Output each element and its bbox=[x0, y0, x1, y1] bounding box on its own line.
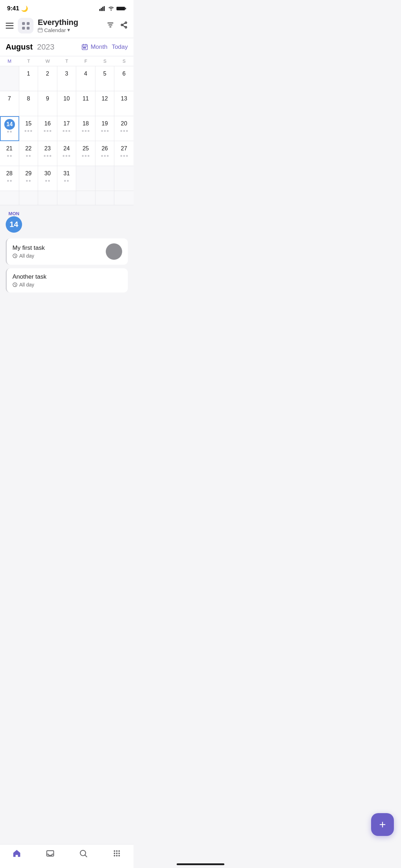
clock-icon-2 bbox=[12, 282, 17, 287]
weekday-headers: M T W T F S S bbox=[0, 56, 134, 66]
task-1-time: All day bbox=[12, 253, 45, 259]
calendar-month-icon bbox=[81, 43, 88, 51]
tasks-date-header: MON 14 bbox=[6, 211, 128, 233]
cal-day-29[interactable]: 29 bbox=[19, 166, 38, 191]
task-2-name: Another task bbox=[12, 273, 46, 280]
clock-icon-1 bbox=[12, 253, 17, 258]
cal-empty-5 bbox=[19, 191, 38, 205]
dropdown-arrow-icon: ▾ bbox=[67, 27, 70, 33]
cal-empty-6 bbox=[38, 191, 57, 205]
share-icon[interactable] bbox=[120, 21, 128, 30]
cal-empty-1 bbox=[76, 166, 95, 191]
moon-icon: 🌙 bbox=[21, 5, 28, 12]
cal-day-6[interactable]: 6 bbox=[114, 66, 134, 91]
cal-day-17[interactable]: 17 bbox=[57, 116, 77, 141]
cal-day-25[interactable]: 25 bbox=[76, 141, 95, 166]
weekday-fri: F bbox=[76, 56, 95, 66]
svg-rect-2 bbox=[102, 7, 103, 11]
cal-day-26[interactable]: 26 bbox=[95, 141, 115, 166]
cal-day-19[interactable]: 19 bbox=[95, 116, 115, 141]
cal-day-31[interactable]: 31 bbox=[57, 166, 77, 191]
cal-empty-2 bbox=[95, 166, 115, 191]
calendar-days: 1 2 3 4 5 6 7 8 9 10 11 12 13 14 15 16 1… bbox=[0, 66, 134, 205]
today-button[interactable]: Today bbox=[112, 43, 128, 51]
cal-empty-10 bbox=[114, 191, 134, 205]
cal-day-27[interactable]: 27 bbox=[114, 141, 134, 166]
cal-day-16[interactable]: 16 bbox=[38, 116, 57, 141]
cal-day-empty[interactable] bbox=[0, 66, 19, 91]
month-year-display: August 2023 bbox=[6, 42, 54, 52]
app-logo bbox=[18, 18, 33, 33]
cal-empty-8 bbox=[76, 191, 95, 205]
selected-date-circle: 14 bbox=[6, 216, 22, 233]
status-time: 9:41 bbox=[7, 5, 19, 12]
task-2-time: All day bbox=[12, 282, 46, 288]
calendar-grid: M T W T F S S 1 2 3 4 5 6 7 8 9 10 11 12… bbox=[0, 56, 134, 205]
task-1-name: My first task bbox=[12, 244, 45, 252]
cal-day-3[interactable]: 3 bbox=[57, 66, 77, 91]
cal-day-7[interactable]: 7 bbox=[0, 91, 19, 116]
cal-day-28[interactable]: 28 bbox=[0, 166, 19, 191]
day-of-week-label: MON bbox=[9, 211, 19, 216]
cal-day-4[interactable]: 4 bbox=[76, 66, 95, 91]
app-subtitle[interactable]: Calendar ▾ bbox=[38, 27, 78, 33]
weekday-sat: S bbox=[95, 56, 115, 66]
weekday-tue: T bbox=[19, 56, 38, 66]
svg-rect-1 bbox=[101, 8, 102, 11]
cal-empty-4 bbox=[0, 191, 19, 205]
weekday-wed: W bbox=[38, 56, 57, 66]
task-1-toggle[interactable] bbox=[106, 243, 122, 260]
svg-rect-24 bbox=[85, 47, 86, 48]
filter-icon[interactable] bbox=[106, 21, 114, 30]
svg-line-18 bbox=[123, 25, 125, 27]
cal-day-22[interactable]: 22 bbox=[19, 141, 38, 166]
svg-rect-3 bbox=[104, 6, 105, 11]
selected-date-num: 14 bbox=[10, 220, 18, 229]
status-icons bbox=[99, 6, 126, 11]
task-item-2[interactable]: Another task All day bbox=[6, 268, 128, 293]
cal-empty-9 bbox=[95, 191, 115, 205]
cal-day-5[interactable]: 5 bbox=[95, 66, 115, 91]
cal-day-12[interactable]: 12 bbox=[95, 91, 115, 116]
app-name: Everything bbox=[38, 18, 78, 27]
weekday-sun: S bbox=[114, 56, 134, 66]
cal-day-24[interactable]: 24 bbox=[57, 141, 77, 166]
cal-day-21[interactable]: 21 bbox=[0, 141, 19, 166]
task-item-1[interactable]: My first task All day bbox=[6, 238, 128, 265]
cal-day-23[interactable]: 23 bbox=[38, 141, 57, 166]
cal-day-2[interactable]: 2 bbox=[38, 66, 57, 91]
cal-day-15[interactable]: 15 bbox=[19, 116, 38, 141]
calendar-small-icon bbox=[38, 27, 43, 32]
weekday-mon: M bbox=[0, 56, 19, 66]
svg-point-4 bbox=[111, 10, 112, 11]
cal-empty-3 bbox=[114, 166, 134, 191]
svg-rect-0 bbox=[99, 9, 100, 11]
battery-icon bbox=[116, 6, 126, 11]
wifi-icon bbox=[108, 6, 114, 11]
cal-day-14[interactable]: 14 bbox=[0, 116, 19, 141]
app-header: Everything Calendar ▾ bbox=[0, 15, 134, 38]
month-btn-label: Month bbox=[90, 43, 107, 51]
status-bar: 9:41 🌙 bbox=[0, 0, 134, 15]
cal-day-1[interactable]: 1 bbox=[19, 66, 38, 91]
svg-rect-5 bbox=[116, 7, 125, 10]
year-label: 2023 bbox=[37, 42, 54, 51]
cal-day-13[interactable]: 13 bbox=[114, 91, 134, 116]
cal-day-10[interactable]: 10 bbox=[57, 91, 77, 116]
cal-day-8[interactable]: 8 bbox=[19, 91, 38, 116]
calendar-controls: August 2023 Month Today bbox=[0, 38, 134, 56]
cal-day-18[interactable]: 18 bbox=[76, 116, 95, 141]
svg-line-17 bbox=[123, 23, 125, 25]
svg-rect-7 bbox=[38, 29, 42, 32]
cal-day-30[interactable]: 30 bbox=[38, 166, 57, 191]
cal-day-11[interactable]: 11 bbox=[76, 91, 95, 116]
signal-icon bbox=[99, 6, 106, 11]
svg-rect-23 bbox=[83, 47, 84, 48]
menu-button[interactable] bbox=[6, 23, 14, 29]
cal-empty-7 bbox=[57, 191, 77, 205]
cal-day-20[interactable]: 20 bbox=[114, 116, 134, 141]
cal-day-9[interactable]: 9 bbox=[38, 91, 57, 116]
month-view-button[interactable]: Month bbox=[81, 43, 107, 51]
subtitle-text: Calendar bbox=[44, 27, 66, 33]
svg-rect-6 bbox=[125, 8, 126, 10]
